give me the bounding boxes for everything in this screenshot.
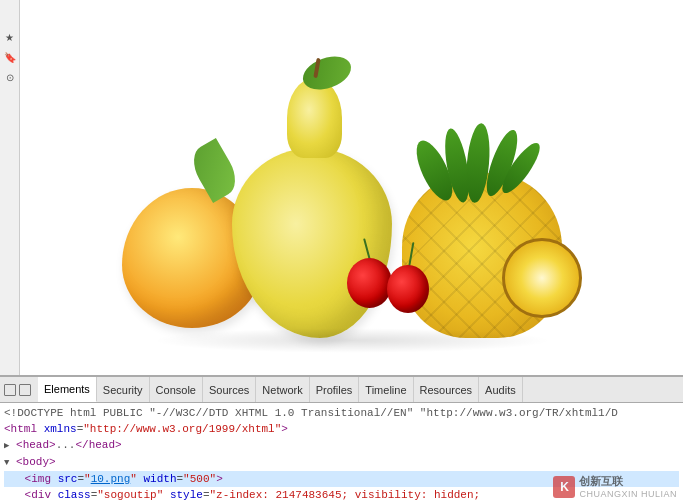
tab-timeline[interactable]: Timeline (359, 377, 413, 402)
tab-profiles[interactable]: Profiles (310, 377, 360, 402)
watermark: K 创新互联 CHUANGXIN HULIAN (553, 474, 677, 499)
watermark-text-group: 创新互联 CHUANGXIN HULIAN (579, 474, 677, 499)
code-line-head[interactable]: ▶ <head>...</head> (4, 437, 679, 454)
devtools-toggle-icons (0, 377, 38, 402)
watermark-logo: K (553, 476, 575, 498)
code-line-html: <html xmlns="http://www.w3.org/1999/xhtm… (4, 421, 679, 437)
browser-viewport (20, 0, 683, 375)
tab-elements[interactable]: Elements (38, 377, 97, 402)
watermark-subtitle: CHUANGXIN HULIAN (579, 489, 677, 499)
inspect-icon[interactable] (19, 384, 31, 396)
code-line-body[interactable]: ▼ <body> (4, 454, 679, 471)
tab-resources[interactable]: Resources (414, 377, 480, 402)
tab-network[interactable]: Network (256, 377, 309, 402)
history-icon[interactable]: ⊙ (3, 70, 17, 84)
devtools-tabs-bar: Elements Security Console Sources Networ… (0, 377, 683, 403)
devtools-panel: Elements Security Console Sources Networ… (0, 375, 683, 503)
pineapple-cut (502, 238, 582, 318)
fruit-image (102, 18, 602, 358)
tab-security[interactable]: Security (97, 377, 150, 402)
fruit-shadow (152, 328, 552, 353)
tab-sources[interactable]: Sources (203, 377, 256, 402)
tab-audits[interactable]: Audits (479, 377, 523, 402)
browser-sidebar: ★ 🔖 ⊙ (0, 0, 20, 375)
tab-console[interactable]: Console (150, 377, 203, 402)
star-icon[interactable]: ★ (3, 30, 17, 44)
cherry-left (347, 258, 392, 308)
bookmark-icon[interactable]: 🔖 (3, 50, 17, 64)
cherry-right (387, 265, 429, 313)
code-line-doctype: <!DOCTYPE html PUBLIC "-//W3C//DTD XHTML… (4, 405, 679, 421)
element-picker-icon[interactable] (4, 384, 16, 396)
fruit-pear (232, 148, 392, 338)
watermark-company: 创新互联 (579, 474, 677, 489)
